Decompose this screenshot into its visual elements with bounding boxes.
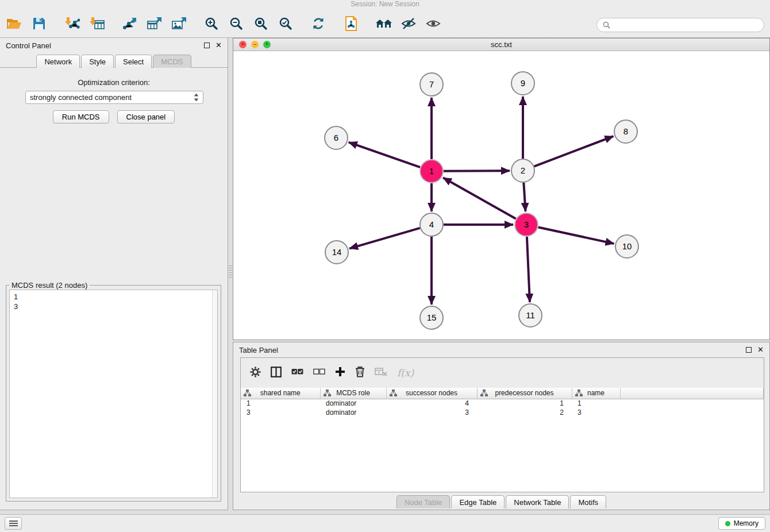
network-canvas[interactable]: 1234678910111415 — [233, 51, 769, 339]
deselect-all-icon[interactable] — [313, 368, 325, 378]
zoom-out-button[interactable] — [226, 13, 246, 34]
table-cell[interactable]: dominator — [320, 399, 386, 408]
gear-icon[interactable] — [250, 367, 261, 380]
float-panel-icon[interactable] — [746, 347, 752, 353]
table-cell[interactable]: 3 — [241, 408, 320, 417]
zoom-fit-icon — [254, 17, 268, 30]
table-row[interactable]: 1dominator411 — [241, 399, 764, 408]
node-1[interactable]: 1 — [420, 160, 443, 183]
column-header-successor-nodes[interactable]: successor nodes — [386, 388, 477, 399]
tab-network-table[interactable]: Network Table — [506, 495, 569, 508]
node-14[interactable]: 14 — [325, 241, 348, 264]
tab-node-table[interactable]: Node Table — [396, 495, 451, 508]
result-scrollbar[interactable] — [212, 290, 217, 498]
main-toolbar — [0, 9, 770, 38]
node-3[interactable]: 3 — [515, 213, 538, 236]
column-header-MCDS-role[interactable]: MCDS role — [320, 388, 386, 399]
node-2[interactable]: 2 — [511, 159, 534, 182]
table-cell[interactable]: dominator — [320, 408, 386, 417]
run-mcds-button[interactable]: Run MCDS — [53, 110, 109, 124]
table-cell[interactable]: 3 — [572, 408, 620, 417]
minimize-window-icon[interactable]: – — [251, 41, 259, 48]
save-session-button[interactable] — [29, 13, 49, 34]
panel-menu-button[interactable] — [5, 517, 22, 530]
window-titlebar[interactable]: Session: New Session — [0, 0, 770, 9]
vertical-splitter-grip[interactable] — [229, 265, 232, 279]
double-house-button[interactable] — [374, 13, 394, 34]
float-panel-icon[interactable] — [204, 43, 210, 48]
eye-brush-button[interactable] — [399, 13, 418, 34]
tab-style[interactable]: Style — [81, 55, 114, 68]
node-9[interactable]: 9 — [511, 72, 534, 95]
node-7[interactable]: 7 — [420, 73, 443, 96]
close-window-icon[interactable]: ✕ — [239, 41, 247, 48]
table-panel-header: Table Panel ✕ — [233, 342, 769, 357]
mcds-result-list[interactable]: 13 — [9, 290, 218, 498]
memory-button[interactable]: Memory — [718, 517, 765, 530]
network-document-icon — [344, 16, 358, 31]
optimization-criterion-select[interactable]: strongly connected component — [25, 91, 203, 104]
zoom-fit-button[interactable] — [251, 13, 271, 34]
column-chooser-icon[interactable] — [271, 367, 282, 380]
table-cell[interactable]: 2 — [477, 408, 572, 417]
close-panel-icon[interactable]: ✕ — [215, 43, 222, 48]
edge-3-10[interactable] — [538, 227, 614, 244]
control-panel-header: Control Panel ✕ — [0, 38, 228, 53]
export-network-icon — [122, 17, 137, 30]
eye-button[interactable] — [424, 13, 443, 34]
zoom-in-button[interactable] — [202, 13, 221, 34]
table-cell[interactable]: 4 — [386, 399, 477, 408]
edge-1-2[interactable] — [444, 171, 510, 171]
table-cell[interactable]: 1 — [241, 399, 320, 408]
maximize-window-icon[interactable]: + — [263, 41, 271, 48]
table-cell[interactable]: 3 — [386, 408, 477, 417]
edge-2-3[interactable] — [523, 183, 525, 211]
export-table-button[interactable] — [144, 13, 164, 34]
tab-edge-table[interactable]: Edge Table — [451, 495, 505, 508]
node-11[interactable]: 11 — [519, 304, 542, 327]
zoom-selected-button[interactable] — [276, 13, 295, 34]
close-panel-icon[interactable]: ✕ — [757, 347, 764, 353]
close-panel-button[interactable]: Close panel — [117, 110, 175, 124]
export-image-button[interactable] — [169, 13, 188, 34]
node-4[interactable]: 4 — [420, 213, 443, 236]
node-8[interactable]: 8 — [614, 120, 637, 143]
node-15[interactable]: 15 — [420, 306, 443, 329]
edge-2-8[interactable] — [534, 136, 614, 166]
delete-column-icon[interactable] — [355, 366, 365, 380]
network-window-title: scc.txt — [491, 40, 512, 49]
search-input[interactable] — [614, 21, 758, 29]
refresh-button[interactable] — [309, 13, 328, 34]
table-cell[interactable]: 1 — [477, 399, 572, 408]
select-all-icon[interactable] — [291, 368, 303, 378]
open-session-button[interactable] — [5, 13, 24, 34]
memory-status-dot — [725, 521, 730, 526]
tab-mcds[interactable]: MCDS — [153, 55, 191, 68]
tab-motifs[interactable]: Motifs — [570, 495, 606, 508]
list-icon — [9, 520, 18, 527]
node-6[interactable]: 6 — [325, 126, 348, 149]
node-10[interactable]: 10 — [615, 235, 638, 258]
export-network-button[interactable] — [120, 13, 139, 34]
import-network-button[interactable] — [62, 13, 82, 34]
delete-table-icon[interactable] — [375, 367, 387, 379]
edge-4-14[interactable] — [349, 228, 420, 249]
column-header-name[interactable]: name — [572, 388, 620, 399]
edge-3-1[interactable] — [443, 178, 516, 218]
tab-network[interactable]: Network — [36, 55, 80, 68]
column-header-predecessor-nodes[interactable]: predecessor nodes — [477, 388, 572, 399]
table-cell[interactable]: 1 — [572, 399, 620, 408]
column-header-shared-name[interactable]: shared name — [241, 388, 320, 399]
add-column-icon[interactable] — [335, 367, 345, 379]
search-box[interactable] — [596, 18, 764, 32]
edge-3-11[interactable] — [527, 237, 530, 302]
optimization-criterion-label: Optimization criterion: — [0, 78, 228, 87]
network-window-titlebar[interactable]: ✕ – + scc.txt — [233, 38, 769, 51]
table-row[interactable]: 3dominator323 — [241, 408, 764, 417]
status-bar: Memory — [0, 514, 770, 532]
tab-select[interactable]: Select — [115, 55, 152, 68]
network-document-button[interactable] — [341, 13, 361, 34]
edge-1-6[interactable] — [349, 142, 420, 167]
function-builder-icon[interactable]: f(x) — [397, 367, 414, 379]
import-table-button[interactable] — [87, 13, 106, 34]
